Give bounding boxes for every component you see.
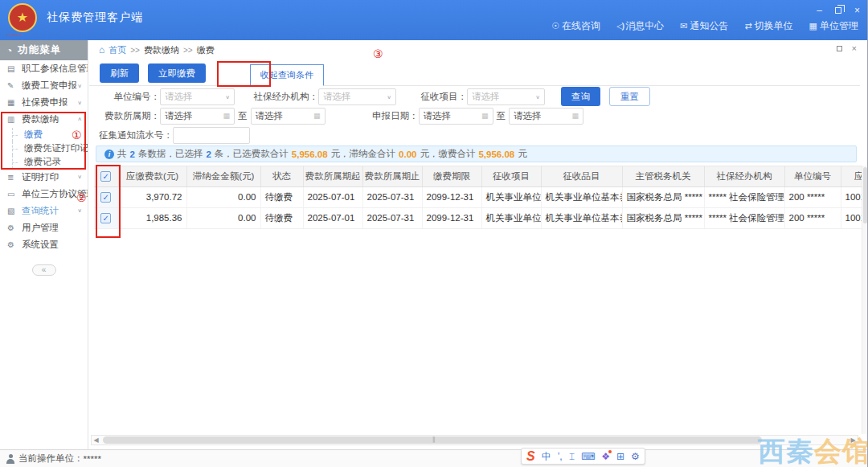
- cell-voucher-no: 1001512: [841, 207, 862, 228]
- topnav-notice[interactable]: 通知公告: [680, 19, 728, 33]
- summary-bar: i 共 2 条数据，已选择 2 条，已选费款合计 5,956.08 元，滞纳金合…: [96, 145, 857, 162]
- scroll-right-icon[interactable]: ▶: [849, 436, 858, 444]
- row-checkbox[interactable]: [100, 213, 111, 223]
- close-page-icon[interactable]: ×: [852, 43, 857, 53]
- minimize-icon[interactable]: –: [817, 5, 822, 16]
- breadcrumb-separator: >>: [130, 46, 140, 55]
- summary-selected-amount: 5,956.08: [292, 150, 328, 159]
- column-header[interactable]: 滞纳金金额(元): [186, 166, 260, 186]
- current-unit-label: 当前操作单位：: [18, 453, 84, 465]
- emblem-caption: ~~~~~~: [6, 32, 39, 38]
- toolbox-icon[interactable]: [616, 452, 624, 461]
- topnav-label: 消息中心: [625, 19, 664, 33]
- punctuation-icon[interactable]: ’,: [558, 452, 563, 461]
- topnav-unit-mgmt[interactable]: 单位管理: [809, 19, 858, 33]
- close-icon[interactable]: ×: [854, 5, 860, 16]
- column-header[interactable]: 征收项目: [481, 166, 541, 186]
- horizontal-scrollbar-thumb[interactable]: [103, 436, 762, 444]
- sidebar-header: ◔ 功能菜单: [0, 40, 88, 60]
- breadcrumb-home[interactable]: 首页: [108, 44, 126, 56]
- fee-period-to-label: 至: [238, 110, 248, 122]
- table-row[interactable]: 3,970.72 0.00 待缴费 2025-07-01 2025-07-31 …: [94, 186, 862, 207]
- notice-serial-input[interactable]: [178, 130, 245, 140]
- sidebar-item[interactable]: 系统设置: [0, 236, 88, 253]
- keyboard-icon[interactable]: [581, 452, 595, 461]
- restore-icon[interactable]: [835, 7, 841, 14]
- unit-no-placeholder: 请选择: [165, 91, 193, 103]
- column-header[interactable]: 应缴费款(元): [118, 166, 186, 186]
- column-header[interactable]: 费款所属期止: [362, 166, 422, 186]
- sidebar-item[interactable]: 职工参保信息管理: [0, 60, 88, 77]
- sidebar-item[interactable]: 查询统计: [0, 203, 88, 219]
- topnav-switch-unit[interactable]: 切换单位: [744, 19, 792, 33]
- sidebar-collapse-button[interactable]: «: [32, 264, 56, 276]
- cell-voucher-no: 1001512: [841, 186, 862, 207]
- sidebar-item[interactable]: 缴费: [0, 128, 88, 141]
- topnav-online-consult[interactable]: 在线咨询: [551, 19, 600, 33]
- topnav-message-center[interactable]: 消息中心: [616, 19, 664, 33]
- payments-table: 应缴费款(元)滞纳金金额(元)状态费款所属期起费款所属期止缴费期限征收项目征收品…: [94, 166, 862, 434]
- vertical-scrollbar-thumb[interactable]: [863, 167, 867, 223]
- sidebar-item[interactable]: 缴费工资申报: [0, 77, 88, 94]
- declare-date-from-date[interactable]: 请选择 ▦: [419, 108, 493, 125]
- sidebar-item-label: 用户管理: [22, 222, 59, 234]
- sidebar-item[interactable]: 缴费记录: [0, 155, 88, 169]
- declare-date-to-label: 至: [497, 110, 506, 122]
- column-header[interactable]: 社保经办机构: [704, 166, 784, 186]
- row-checkbox[interactable]: [100, 192, 111, 203]
- handwriting-icon[interactable]: [601, 452, 610, 461]
- sidebar-item[interactable]: 缴费凭证打印记录: [0, 141, 88, 155]
- window-controls: – ×: [817, 5, 860, 16]
- horizontal-scrollbar[interactable]: ◀ ▶: [91, 435, 858, 445]
- notice-serial-label: 征集通知流水号：: [89, 129, 173, 141]
- collapse-query-tab[interactable]: 收起查询条件: [250, 64, 324, 86]
- column-header[interactable]: 缴费期限: [422, 166, 481, 186]
- summary-text: 元，滞纳金合计: [331, 148, 396, 160]
- fee-period-from-date[interactable]: 请选择 ▦: [160, 108, 235, 125]
- scroll-left-icon[interactable]: ◀: [92, 436, 100, 444]
- topnav-icon: [680, 21, 687, 31]
- cell-tax-authority: 国家税务总局 ***** ...: [622, 207, 704, 228]
- status-bar: 当前操作单位： *****: [0, 449, 868, 467]
- sidebar-item[interactable]: 证明打印: [0, 169, 88, 186]
- sidebar-item[interactable]: 用户管理: [0, 219, 88, 236]
- column-header[interactable]: 主管税务机关: [622, 166, 704, 186]
- declare-date-to-placeholder: 请选择: [514, 110, 542, 122]
- sidebar-item[interactable]: 费款缴纳: [0, 111, 88, 128]
- agency-label: 社保经办机构：: [235, 91, 318, 103]
- declare-date-label: 申报日期：: [348, 110, 419, 122]
- declare-date-to-date[interactable]: 请选择 ▦: [509, 108, 583, 125]
- sogou-logo[interactable]: S: [526, 450, 535, 463]
- table-row[interactable]: 1,985.36 0.00 待缴费 2025-07-01 2025-07-31 …: [94, 207, 862, 228]
- sidebar-item-icon: [7, 173, 18, 182]
- cell-amount: 1,985.36: [118, 207, 186, 228]
- sidebar-item-icon: [7, 64, 18, 73]
- maximize-page-icon[interactable]: [837, 46, 842, 51]
- levy-item-select[interactable]: 请选择 ∨: [467, 88, 545, 105]
- column-header[interactable]: 状态: [260, 166, 303, 186]
- sidebar-item-label: 缴费凭证打印记录: [24, 142, 88, 154]
- agency-select[interactable]: 请选择 ∨: [318, 88, 396, 105]
- column-header[interactable]: 应征凭证: [841, 166, 862, 186]
- unit-no-select[interactable]: 请选择 ∨: [160, 88, 235, 105]
- vertical-scrollbar[interactable]: [862, 166, 867, 434]
- cell-levy-item: 机关事业单位基本养...: [481, 207, 541, 228]
- settings-icon[interactable]: [631, 452, 640, 461]
- sidebar-item[interactable]: 社保费申报: [0, 94, 88, 111]
- column-header[interactable]: 单位编号: [784, 166, 841, 186]
- refresh-button[interactable]: 刷新: [100, 63, 139, 83]
- column-header[interactable]: 费款所属期起: [303, 166, 362, 186]
- column-header[interactable]: 征收品目: [541, 166, 622, 186]
- mic-icon[interactable]: [569, 452, 575, 461]
- sidebar-item-icon: [7, 115, 18, 124]
- select-all-checkbox[interactable]: [100, 171, 111, 182]
- query-button[interactable]: 查询: [561, 87, 600, 106]
- sidebar-item[interactable]: 单位三方协议管理: [0, 186, 88, 203]
- chevron-icon: [77, 174, 82, 180]
- pay-now-button[interactable]: 立即缴费: [148, 63, 206, 83]
- lang-chinese-icon[interactable]: 中: [542, 452, 551, 461]
- reset-button[interactable]: 重置: [609, 87, 650, 106]
- fee-period-to-date[interactable]: 请选择 ▦: [251, 108, 326, 125]
- topnav-label: 切换单位: [755, 19, 793, 33]
- sidebar-item-label: 缴费: [24, 129, 43, 141]
